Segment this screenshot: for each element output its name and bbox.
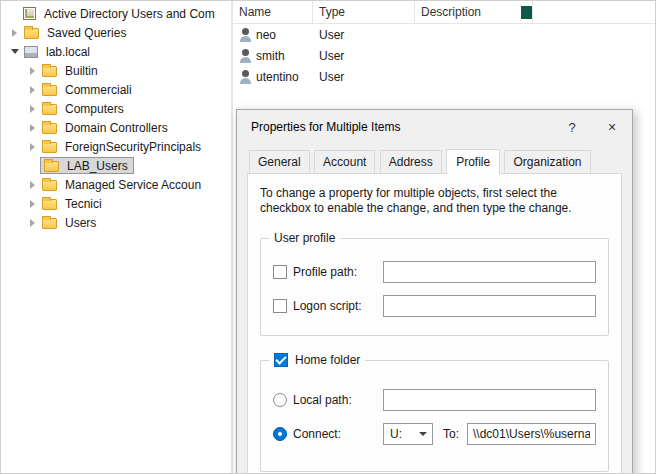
expand-arrow[interactable] bbox=[25, 196, 40, 211]
expand-arrow[interactable] bbox=[25, 177, 40, 192]
list-item-smith[interactable]: smith User bbox=[233, 45, 656, 66]
tree-item-label: Saved Queries bbox=[44, 25, 129, 41]
chevron-right-icon bbox=[30, 86, 35, 94]
tree-item-label: Managed Service Accoun bbox=[62, 177, 204, 193]
chevron-right-icon bbox=[12, 29, 17, 37]
tree-item-users[interactable]: Users bbox=[1, 213, 231, 232]
intro-text: To change a property for multiple object… bbox=[260, 186, 609, 216]
home-folder-group: Home folder Local path: Connect: U: To: bbox=[260, 360, 609, 472]
logon-script-row: Logon script: bbox=[273, 295, 596, 317]
expand-arrow[interactable] bbox=[25, 63, 40, 78]
local-path-input[interactable] bbox=[383, 389, 596, 411]
tree-item-label: Computers bbox=[62, 101, 127, 117]
tree-item-managed-service-accounts[interactable]: Managed Service Accoun bbox=[1, 175, 231, 194]
chevron-down-icon bbox=[11, 49, 19, 54]
object-name: neo bbox=[256, 28, 276, 42]
dialog-tabstrip: General Account Address Profile Organiza… bbox=[247, 148, 622, 174]
chevron-right-icon bbox=[30, 67, 35, 75]
dialog-titlebar[interactable]: Properties for Multiple Items ? × bbox=[237, 110, 632, 144]
folder-icon bbox=[42, 142, 57, 153]
tree-item-foreign-security-principals[interactable]: ForeignSecurityPrincipals bbox=[1, 137, 231, 156]
expand-arrow[interactable] bbox=[25, 101, 40, 116]
folder-icon bbox=[44, 161, 59, 172]
tree-item-root[interactable]: Active Directory Users and Com bbox=[1, 4, 231, 23]
tab-general[interactable]: General bbox=[249, 150, 310, 174]
expand-arrow[interactable] bbox=[25, 139, 40, 154]
tab-address[interactable]: Address bbox=[380, 150, 442, 174]
profile-path-row: Profile path: bbox=[273, 261, 596, 283]
tree-item-computers[interactable]: Computers bbox=[1, 99, 231, 118]
profile-path-checkbox[interactable] bbox=[273, 265, 287, 279]
expand-arrow[interactable] bbox=[25, 215, 40, 230]
drive-letter-dropdown[interactable]: U: bbox=[383, 423, 433, 445]
home-folder-label: Home folder bbox=[295, 353, 360, 367]
collapse-arrow[interactable] bbox=[7, 44, 22, 59]
list-item-neo[interactable]: neo User bbox=[233, 24, 656, 45]
chevron-right-icon bbox=[30, 124, 35, 132]
column-header-description[interactable]: Description bbox=[415, 1, 533, 23]
header-badge bbox=[521, 6, 532, 19]
tab-profile[interactable]: Profile bbox=[446, 149, 500, 175]
local-path-label: Local path: bbox=[293, 393, 377, 407]
logon-script-label: Logon script: bbox=[293, 299, 377, 313]
folder-icon bbox=[42, 85, 57, 96]
help-button[interactable]: ? bbox=[552, 110, 592, 144]
user-profile-group-label: User profile bbox=[269, 231, 340, 245]
folder-icon bbox=[24, 28, 39, 39]
tree-item-label: LAB_Users bbox=[64, 158, 131, 174]
profile-path-label: Profile path: bbox=[293, 265, 377, 279]
profile-path-input[interactable] bbox=[383, 261, 596, 283]
tree-item-lab-users[interactable]: LAB_Users bbox=[1, 156, 231, 175]
logon-script-checkbox[interactable] bbox=[273, 299, 287, 313]
expand-arrow[interactable] bbox=[25, 82, 40, 97]
object-type: User bbox=[313, 28, 415, 42]
chevron-right-icon bbox=[30, 143, 35, 151]
folder-icon bbox=[42, 180, 57, 191]
local-path-radio[interactable] bbox=[273, 393, 287, 407]
chevron-down-icon bbox=[419, 432, 427, 436]
console-tree: Active Directory Users and Com Saved Que… bbox=[1, 1, 231, 473]
to-label: To: bbox=[443, 427, 459, 441]
profile-tab-page: To change a property for multiple object… bbox=[247, 173, 622, 474]
tree-item-commerciali[interactable]: Commerciali bbox=[1, 80, 231, 99]
connect-row: Connect: U: To: bbox=[273, 423, 596, 445]
tab-account[interactable]: Account bbox=[314, 150, 375, 174]
chevron-right-icon bbox=[30, 219, 35, 227]
tree-item-domain[interactable]: lab.local bbox=[1, 42, 231, 61]
tree-item-tecnici[interactable]: Tecnici bbox=[1, 194, 231, 213]
folder-icon bbox=[42, 104, 57, 115]
folder-icon bbox=[42, 218, 57, 229]
connect-radio[interactable] bbox=[273, 427, 287, 441]
close-button[interactable]: × bbox=[592, 110, 632, 144]
tree-item-label: Builtin bbox=[62, 63, 101, 79]
chevron-right-icon bbox=[30, 200, 35, 208]
tree-item-label: Tecnici bbox=[62, 196, 105, 212]
logon-script-input[interactable] bbox=[383, 295, 596, 317]
aduc-window: Active Directory Users and Com Saved Que… bbox=[0, 0, 656, 474]
column-header-name[interactable]: Name bbox=[233, 1, 313, 23]
tree-item-saved-queries[interactable]: Saved Queries bbox=[1, 23, 231, 42]
home-folder-path-input[interactable] bbox=[467, 423, 596, 445]
object-name: utentino bbox=[256, 70, 299, 84]
properties-dialog: Properties for Multiple Items ? × Genera… bbox=[236, 109, 633, 474]
list-item-utentino[interactable]: utentino User bbox=[233, 66, 656, 87]
chevron-right-icon bbox=[30, 181, 35, 189]
tree-item-label: Users bbox=[62, 215, 99, 231]
tree-item-label: lab.local bbox=[43, 44, 93, 60]
expand-arrow[interactable] bbox=[25, 120, 40, 135]
aduc-root-icon bbox=[23, 7, 36, 20]
column-header-type[interactable]: Type bbox=[313, 1, 415, 23]
tab-organization[interactable]: Organization bbox=[504, 150, 590, 174]
home-folder-group-label: Home folder bbox=[269, 353, 365, 367]
user-icon bbox=[239, 49, 252, 63]
tree-item-label: Active Directory Users and Com bbox=[41, 6, 218, 22]
tree-item-builtin[interactable]: Builtin bbox=[1, 61, 231, 80]
object-type: User bbox=[313, 70, 415, 84]
home-folder-checkbox[interactable] bbox=[274, 353, 288, 367]
selected-tree-item: LAB_Users bbox=[40, 157, 134, 174]
user-profile-group: User profile Profile path: Logon script: bbox=[260, 238, 609, 336]
tree-item-domain-controllers[interactable]: Domain Controllers bbox=[1, 118, 231, 137]
expand-arrow[interactable] bbox=[7, 25, 22, 40]
chevron-right-icon bbox=[30, 105, 35, 113]
folder-icon bbox=[42, 66, 57, 77]
